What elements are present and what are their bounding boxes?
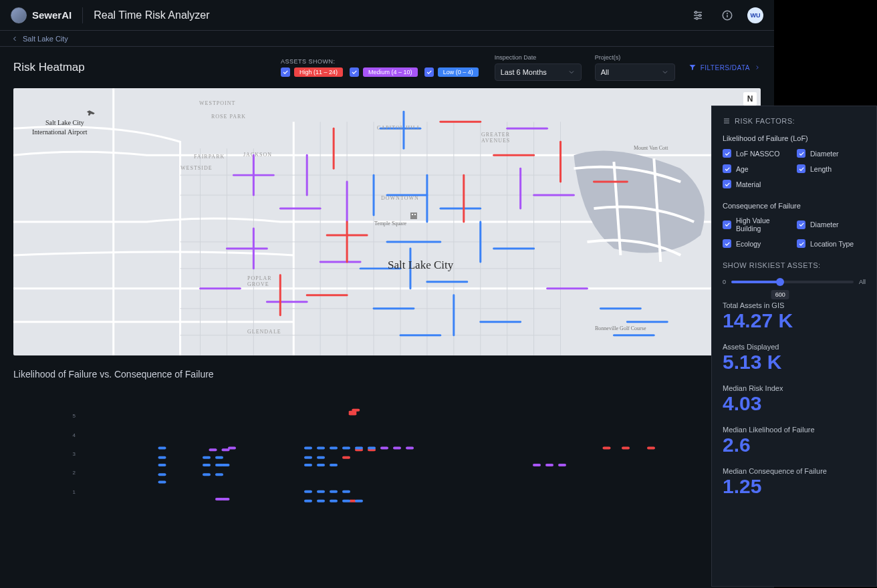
factor-label: LoF NASSCO bbox=[736, 150, 779, 158]
checkbox[interactable] bbox=[797, 239, 805, 248]
north-arrow: N bbox=[743, 92, 757, 106]
metric-label: Median Likelihood of Failure bbox=[723, 426, 866, 434]
metric: Median Risk Index4.03 bbox=[723, 384, 866, 414]
factor-item[interactable]: Diameter bbox=[797, 149, 866, 158]
legend-item-low[interactable]: Low (0 – 4) bbox=[424, 67, 479, 77]
metric: Median Likelihood of Failure2.6 bbox=[723, 426, 866, 455]
panel-title: Risk Heatmap bbox=[13, 61, 85, 74]
chevron-right-icon bbox=[754, 64, 761, 71]
settings-icon[interactable] bbox=[688, 6, 707, 25]
legend-title: Assets Shown: bbox=[281, 58, 479, 65]
svg-rect-100 bbox=[158, 447, 166, 450]
svg-rect-124 bbox=[317, 490, 325, 493]
info-icon[interactable] bbox=[718, 6, 737, 25]
checkbox[interactable] bbox=[424, 67, 434, 77]
slider-value-tooltip: 600 bbox=[771, 290, 789, 299]
svg-rect-99 bbox=[222, 498, 230, 500]
metric-label: Median Consequence of Failure bbox=[723, 467, 866, 475]
metric: Assets Displayed5.13 K bbox=[723, 343, 866, 372]
sliders-icon bbox=[723, 117, 731, 125]
checkbox[interactable] bbox=[723, 149, 731, 158]
checkbox[interactable] bbox=[723, 239, 731, 248]
risk-heatmap-map[interactable]: Salt Lake City International Airport Sal… bbox=[13, 88, 761, 355]
legend-item-high[interactable]: High (11 – 24) bbox=[281, 67, 343, 77]
checkbox[interactable] bbox=[723, 180, 731, 188]
checkbox[interactable] bbox=[797, 149, 805, 158]
logo-icon bbox=[11, 7, 27, 23]
factor-item[interactable]: Location Type bbox=[797, 239, 866, 248]
svg-rect-115 bbox=[342, 447, 350, 450]
checkbox[interactable] bbox=[797, 164, 805, 173]
checkbox[interactable] bbox=[350, 67, 359, 77]
back-arrow-icon bbox=[11, 35, 19, 43]
legend-medium-label: Medium (4 – 10) bbox=[363, 67, 418, 77]
chevron-down-icon bbox=[661, 68, 669, 76]
factor-item[interactable]: Ecology bbox=[723, 239, 791, 248]
filter-data-link[interactable]: Filters/Data bbox=[688, 63, 761, 71]
svg-text:4: 4 bbox=[73, 432, 76, 438]
filter-icon bbox=[688, 63, 697, 71]
factor-item[interactable]: Length bbox=[797, 164, 866, 173]
riskiest-assets-slider[interactable]: 600 bbox=[731, 281, 854, 283]
inspection-date-value: Last 6 Months bbox=[501, 68, 547, 76]
checkbox[interactable] bbox=[723, 220, 731, 229]
checkbox[interactable] bbox=[281, 67, 290, 77]
svg-rect-105 bbox=[203, 456, 211, 459]
factor-item[interactable]: LoF NASSCO bbox=[723, 149, 791, 158]
factor-label: Diameter bbox=[810, 150, 839, 158]
svg-rect-107 bbox=[203, 464, 211, 466]
svg-rect-80 bbox=[349, 413, 357, 416]
svg-rect-130 bbox=[342, 500, 350, 502]
svg-rect-126 bbox=[342, 490, 350, 493]
factor-item[interactable]: High Value Building bbox=[723, 216, 791, 233]
svg-point-3 bbox=[695, 11, 697, 13]
svg-rect-84 bbox=[342, 456, 350, 459]
legend-item-medium[interactable]: Medium (4 – 10) bbox=[350, 67, 418, 77]
svg-rect-131 bbox=[355, 500, 363, 502]
svg-rect-116 bbox=[355, 447, 363, 450]
factor-item[interactable]: Age bbox=[723, 164, 791, 173]
scatter-chart[interactable]: 12345 bbox=[13, 390, 761, 524]
svg-rect-127 bbox=[304, 500, 312, 502]
svg-rect-118 bbox=[304, 456, 312, 459]
svg-rect-102 bbox=[158, 464, 166, 466]
logo[interactable]: SewerAI bbox=[11, 7, 72, 23]
legend: Assets Shown: High (11 – 24) Medium (4 –… bbox=[281, 58, 479, 77]
factor-item[interactable]: Diameter bbox=[797, 216, 866, 233]
risk-factors-heading-label: RISK FACTORS: bbox=[735, 117, 795, 125]
svg-rect-113 bbox=[317, 447, 325, 450]
slider-min: 0 bbox=[723, 279, 726, 285]
risk-factors-heading: RISK FACTORS: bbox=[723, 117, 866, 125]
factor-label: Age bbox=[736, 165, 749, 173]
project-select[interactable]: All bbox=[595, 63, 675, 81]
slider-max: All bbox=[859, 279, 866, 285]
slider-thumb[interactable] bbox=[776, 278, 784, 286]
svg-rect-123 bbox=[304, 490, 312, 493]
svg-rect-85 bbox=[603, 447, 611, 450]
avatar[interactable]: WU bbox=[747, 7, 763, 23]
lof-subhead: Likelihood of Failure (LoF) bbox=[723, 134, 866, 142]
logo-text: SewerAI bbox=[32, 9, 72, 21]
svg-rect-125 bbox=[330, 490, 338, 493]
project-select-wrap: Project(s) All bbox=[595, 54, 675, 81]
svg-point-4 bbox=[699, 14, 701, 16]
inspection-date-select-wrap: Inspection Date Last 6 Months bbox=[495, 54, 582, 81]
slider-fill bbox=[731, 281, 780, 283]
svg-rect-111 bbox=[215, 473, 223, 476]
factor-item[interactable]: Material bbox=[723, 180, 791, 188]
risk-factors-panel: RISK FACTORS: Likelihood of Failure (LoF… bbox=[711, 106, 877, 587]
metrics-list: Total Assets in GIS14.27 KAssets Display… bbox=[723, 301, 866, 496]
breadcrumb-label: Salt Lake City bbox=[23, 35, 68, 43]
chart-section: Likelihood of Failure vs. Consequence of… bbox=[0, 355, 774, 537]
factor-label: Location Type bbox=[810, 240, 854, 248]
project-label: Project(s) bbox=[595, 54, 675, 61]
inspection-date-select[interactable]: Last 6 Months bbox=[495, 63, 582, 81]
divider bbox=[82, 7, 83, 23]
svg-rect-112 bbox=[304, 447, 312, 450]
breadcrumb[interactable]: Salt Lake City bbox=[0, 31, 774, 47]
metric-label: Assets Displayed bbox=[723, 343, 866, 351]
metric-value: 2.6 bbox=[723, 435, 866, 455]
checkbox[interactable] bbox=[723, 164, 731, 173]
checkbox[interactable] bbox=[797, 220, 805, 229]
svg-rect-109 bbox=[222, 464, 230, 466]
